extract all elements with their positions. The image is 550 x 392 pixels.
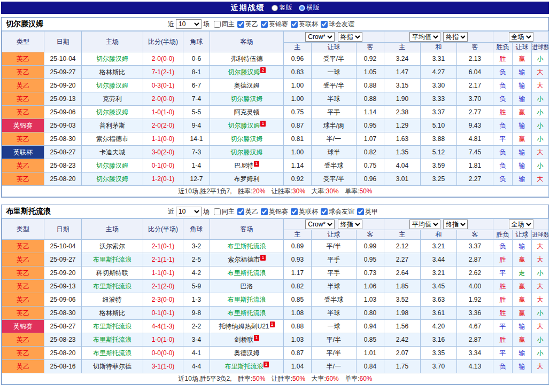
league-filter-checkbox[interactable] bbox=[261, 21, 268, 28]
average-select[interactable]: 平均值 bbox=[409, 219, 440, 229]
away-team-cell[interactable]: 布里斯托流浪 bbox=[210, 307, 284, 320]
match-count-select[interactable]: 10 bbox=[176, 207, 202, 216]
score-cell[interactable]: 3-1(1-0) bbox=[143, 360, 183, 373]
home-team-cell[interactable]: 科切斯特联 bbox=[82, 266, 143, 280]
league-filter[interactable]: 英联杯 bbox=[291, 207, 318, 216]
score-cell[interactable]: 2-3(0-0) bbox=[143, 293, 183, 307]
home-team-cell[interactable]: 切尔滕汉姆 bbox=[82, 159, 143, 173]
average-stage-select[interactable]: 终指 bbox=[443, 32, 468, 42]
league-filter-checkbox[interactable] bbox=[321, 21, 328, 28]
away-team-cell[interactable]: 布里斯托流浪 bbox=[210, 293, 284, 307]
league-filter[interactable]: 英乙 bbox=[237, 207, 258, 216]
away-team-cell[interactable]: 切尔滕汉姆 bbox=[210, 92, 284, 106]
away-team-cell[interactable]: 阿克灵顿 bbox=[210, 106, 284, 119]
score-cell[interactable]: 1-0(1-0) bbox=[143, 333, 183, 347]
score-cell[interactable]: 2-0(0-0) bbox=[143, 92, 183, 106]
home-team-cell[interactable]: 布里斯托流浪 bbox=[82, 253, 143, 266]
league-filter[interactable]: 球会友谊 bbox=[321, 20, 354, 29]
league-filter[interactable]: 球会友谊 bbox=[321, 207, 354, 216]
away-team-cell[interactable]: 布里斯托流浪1 bbox=[210, 360, 284, 373]
score-cell[interactable]: 0-1(0-0) bbox=[143, 159, 183, 173]
home-team-cell[interactable]: 索尔福德市 bbox=[82, 132, 143, 146]
bookmaker-select[interactable]: Crow* bbox=[305, 219, 335, 229]
home-team-cell[interactable]: 沃尔索尔 bbox=[82, 240, 143, 253]
home-team-cell[interactable]: 切尔滕汉姆 bbox=[82, 79, 143, 92]
bookmaker-select[interactable]: Crow* bbox=[305, 32, 335, 42]
away-team-cell[interactable]: 布罗姆利 bbox=[210, 173, 284, 186]
away-team-cell[interactable]: 切尔滕汉姆 bbox=[210, 146, 284, 159]
away-team-cell[interactable]: 切尔滕汉姆2 bbox=[210, 66, 284, 79]
horizontal-radio-input[interactable] bbox=[299, 5, 305, 11]
average-select[interactable]: 平均值 bbox=[409, 32, 440, 42]
score-cell[interactable]: 2-0(0-0) bbox=[143, 52, 183, 66]
away-team-cell[interactable]: 切尔滕汉姆 bbox=[210, 132, 284, 146]
score-cell[interactable]: 1-1(0-0) bbox=[143, 132, 183, 146]
league-filter-checkbox[interactable] bbox=[291, 21, 298, 28]
away-team-cell[interactable]: 奥德汉姆 bbox=[210, 79, 284, 92]
home-team-cell[interactable]: 普利茅斯 bbox=[82, 119, 143, 132]
score-cell[interactable]: 0-3(0-1) bbox=[143, 79, 183, 92]
home-team-cell[interactable]: 格林斯比 bbox=[82, 307, 143, 320]
away-team-cell[interactable]: 索尔福德市1 bbox=[210, 253, 284, 266]
home-team-cell[interactable]: 布里斯托流浪 bbox=[82, 320, 143, 333]
away-team-cell[interactable]: 弗利特伍德 bbox=[210, 52, 284, 66]
league-filter[interactable]: 英锦赛 bbox=[261, 207, 288, 216]
away-team-cell[interactable]: 布里斯托流浪 bbox=[210, 240, 284, 253]
home-team-cell[interactable]: 切尔滕汉姆 bbox=[82, 106, 143, 119]
league-filter-checkbox[interactable] bbox=[214, 208, 221, 215]
col-avg-home-header: 主 bbox=[384, 43, 421, 52]
home-team-cell[interactable]: 切尔滕汉姆 bbox=[82, 173, 143, 186]
league-filter-checkbox[interactable] bbox=[237, 208, 244, 215]
score-cell[interactable]: 2-0(2-0) bbox=[143, 119, 183, 132]
league-filter[interactable]: 同主 bbox=[214, 20, 235, 29]
scope-select[interactable]: 全场 bbox=[509, 219, 533, 229]
layout-radio-vertical[interactable]: 竖版 bbox=[272, 3, 292, 12]
score-cell[interactable]: 1-0(1-0) bbox=[143, 106, 183, 119]
away-team-cell[interactable]: 布里斯托流浪 bbox=[210, 266, 284, 280]
league-filter-checkbox[interactable] bbox=[237, 21, 244, 28]
score-cell[interactable]: 1-2(0-1) bbox=[143, 173, 183, 186]
average-stage-select[interactable]: 终指 bbox=[443, 219, 468, 229]
score-cell[interactable]: 0-0(0-0) bbox=[143, 347, 183, 360]
league-filter[interactable]: 同主 bbox=[214, 207, 235, 216]
league-filter-checkbox[interactable] bbox=[357, 208, 364, 215]
league-filter[interactable]: 英锦赛 bbox=[261, 20, 288, 29]
home-team-cell[interactable]: 切尔滕汉姆 bbox=[82, 52, 143, 66]
match-count-select[interactable]: 10 bbox=[176, 19, 202, 29]
away-team-cell[interactable]: 奥德汉姆 bbox=[210, 347, 284, 360]
odds-stage-select[interactable]: 终指 bbox=[338, 219, 362, 229]
home-team-cell[interactable]: 切斯特菲尔德 bbox=[82, 360, 143, 373]
home-team-cell[interactable]: 布里斯托流浪 bbox=[82, 347, 143, 360]
vertical-radio-input[interactable] bbox=[272, 5, 278, 11]
away-team-cell[interactable]: 巴尼特1 bbox=[210, 159, 284, 173]
score-cell[interactable]: 7-1(2-1) bbox=[143, 66, 183, 79]
scope-select[interactable]: 全场 bbox=[509, 32, 533, 42]
home-team-cell[interactable]: 纽波特 bbox=[82, 293, 143, 307]
score-cell[interactable]: 2-1(2-0) bbox=[143, 280, 183, 293]
league-filter-checkbox[interactable] bbox=[214, 21, 221, 28]
score-cell[interactable]: 1-1(0-1) bbox=[143, 266, 183, 280]
home-team-cell[interactable]: 卡迪夫城 bbox=[82, 146, 143, 159]
away-team-cell[interactable]: 巴洛 bbox=[210, 280, 284, 293]
away-team-cell[interactable]: 托特纳姆热刺U211 bbox=[210, 320, 284, 333]
league-filter-checkbox[interactable] bbox=[291, 208, 298, 215]
home-team-cell[interactable]: 布里斯托流浪 bbox=[82, 280, 143, 293]
away-team-cell[interactable]: 剑桥联1 bbox=[210, 333, 284, 347]
score-cell[interactable]: 2-1(1-1) bbox=[143, 253, 183, 266]
home-team-cell[interactable]: 格林斯比 bbox=[82, 66, 143, 79]
score-cell[interactable]: 4-4(1-3) bbox=[143, 320, 183, 333]
league-filter-checkbox[interactable] bbox=[321, 208, 328, 215]
league-filter[interactable]: 英甲 bbox=[357, 207, 378, 216]
score-cell[interactable]: 0-1(0-1) bbox=[143, 307, 183, 320]
home-team-cell[interactable]: 布里斯托流浪 bbox=[82, 333, 143, 347]
league-filter-label: 英联杯 bbox=[299, 207, 318, 216]
score-cell[interactable]: 2-1(0-1) bbox=[143, 240, 183, 253]
league-filter[interactable]: 英乙 bbox=[237, 20, 258, 29]
home-team-cell[interactable]: 克劳利 bbox=[82, 92, 143, 106]
layout-radio-horizontal[interactable]: 横版 bbox=[299, 3, 320, 12]
away-team-cell[interactable]: 切尔滕汉姆1 bbox=[210, 119, 284, 132]
league-filter[interactable]: 英联杯 bbox=[291, 20, 318, 29]
league-filter-checkbox[interactable] bbox=[261, 208, 268, 215]
score-cell[interactable]: 3-0(2-0) bbox=[143, 146, 183, 159]
odds-stage-select[interactable]: 终指 bbox=[338, 32, 362, 42]
